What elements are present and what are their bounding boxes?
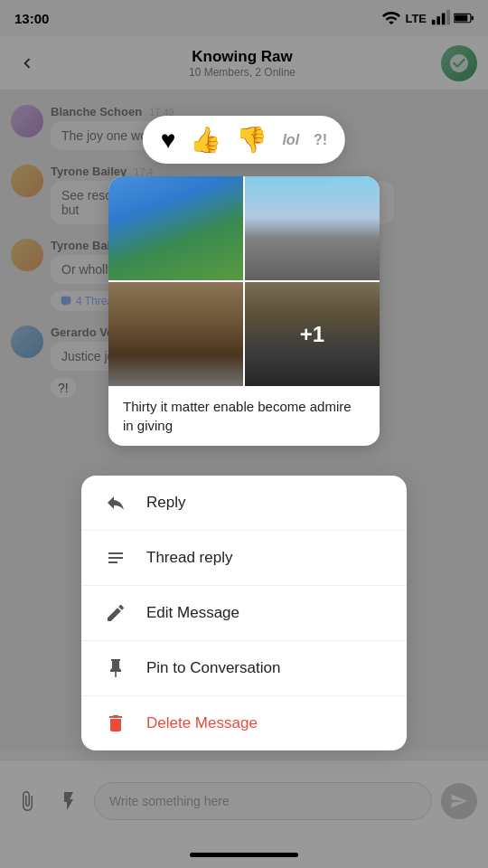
- menu-item-reply[interactable]: Reply: [81, 476, 407, 531]
- menu-item-pin[interactable]: Pin to Conversation: [81, 641, 407, 696]
- menu-item-edit[interactable]: Edit Message: [81, 586, 407, 641]
- menu-thread-label: Thread reply: [146, 549, 232, 567]
- trash-icon: [103, 711, 128, 736]
- menu-item-thread-reply[interactable]: Thread reply: [81, 531, 407, 586]
- menu-delete-label: Delete Message: [146, 714, 258, 732]
- react-lol[interactable]: lol: [282, 132, 299, 148]
- image-preview-card: +1 Thirty it matter enable become admire…: [108, 176, 380, 446]
- menu-reply-label: Reply: [146, 494, 185, 512]
- edit-icon: [103, 600, 128, 626]
- image-cell-4: +1: [245, 282, 380, 386]
- thread-icon: [103, 545, 128, 571]
- image-cell-2: [245, 176, 380, 280]
- menu-item-delete[interactable]: Delete Message: [81, 696, 407, 750]
- image-cell-3: [108, 282, 243, 386]
- image-grid: +1: [108, 176, 380, 386]
- image-caption: Thirty it matter enable become admire in…: [108, 386, 380, 446]
- react-thumbsdown[interactable]: 👎: [236, 125, 267, 155]
- react-thumbsup[interactable]: 👍: [190, 125, 221, 155]
- reply-icon: [103, 490, 128, 515]
- menu-pin-label: Pin to Conversation: [146, 659, 280, 677]
- react-qi[interactable]: ?!: [314, 132, 327, 148]
- context-menu: Reply Thread reply Edit Message Pin to C…: [81, 476, 407, 750]
- menu-edit-label: Edit Message: [146, 604, 239, 622]
- image-cell-1: [108, 176, 243, 280]
- more-images-overlay: +1: [245, 282, 380, 386]
- react-heart[interactable]: ♥: [161, 126, 176, 155]
- reaction-popup: ♥ 👍 👎 lol ?!: [143, 116, 345, 164]
- pin-icon: [103, 656, 128, 681]
